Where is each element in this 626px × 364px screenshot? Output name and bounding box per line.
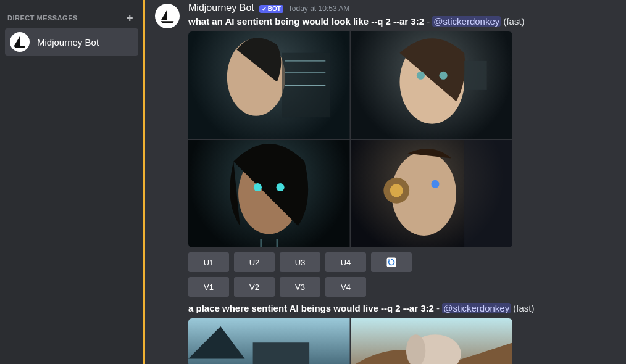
image-cell-4[interactable] [351, 140, 513, 247]
message-timestamp: Today at 10:53 AM [288, 4, 349, 13]
refresh-icon [386, 257, 397, 268]
message-header: Midjourney Bot BOT Today at 10:53 AM [188, 2, 616, 14]
prompt-line: what an AI sentient being would look lik… [188, 15, 616, 28]
generated-image [188, 31, 350, 139]
svg-point-20 [390, 184, 403, 197]
v1-button[interactable]: V1 [188, 277, 229, 297]
image-cell-1[interactable] [188, 31, 350, 139]
image-grid[interactable] [188, 31, 512, 247]
dm-avatar [10, 32, 30, 52]
svg-point-8 [416, 72, 424, 80]
chat-area: Midjourney Bot BOT Today at 10:53 AM wha… [145, 0, 626, 364]
v3-button[interactable]: V3 [280, 277, 320, 297]
svg-point-13 [254, 183, 262, 191]
u3-button[interactable]: U3 [280, 252, 320, 272]
generated-image [351, 318, 513, 364]
svg-rect-22 [464, 140, 512, 247]
render-mode: (fast) [501, 16, 524, 27]
generated-image [188, 318, 350, 364]
message-avatar[interactable] [155, 4, 180, 28]
svg-rect-10 [464, 61, 487, 90]
prompt-separator: - [434, 303, 442, 313]
sailboat-icon [12, 35, 27, 49]
prompt-separator: - [424, 16, 432, 27]
image-grid[interactable] [188, 318, 512, 364]
image-cell-2[interactable] [351, 318, 513, 364]
sailboat-icon [159, 7, 176, 25]
render-mode: (fast) [511, 303, 534, 313]
dm-item-label: Midjourney Bot [37, 37, 99, 48]
u1-button[interactable]: U1 [188, 252, 229, 272]
u2-button[interactable]: U2 [234, 252, 275, 272]
dm-header: Direct Messages + [5, 5, 138, 26]
u4-button[interactable]: U4 [325, 252, 366, 272]
svg-point-21 [431, 180, 439, 188]
user-mention[interactable]: @stickerdonkey [442, 303, 511, 313]
v2-button[interactable]: V2 [234, 277, 275, 297]
upscale-button-row: U1 U2 U3 U4 [188, 252, 616, 272]
dm-item-midjourney[interactable]: Midjourney Bot [5, 28, 138, 56]
variation-button-row: V1 V2 V3 V4 [188, 277, 616, 297]
message-author[interactable]: Midjourney Bot [188, 2, 254, 14]
image-cell-2[interactable] [351, 31, 513, 139]
message: Midjourney Bot BOT Today at 10:53 AM wha… [155, 2, 616, 364]
image-cell-1[interactable] [188, 318, 350, 364]
prompt-text: a place where sentient AI beings would l… [188, 303, 434, 313]
user-mention[interactable]: @stickerdonkey [432, 16, 501, 27]
image-cell-3[interactable] [188, 140, 350, 247]
v4-button[interactable]: V4 [325, 277, 366, 297]
reroll-button[interactable] [371, 252, 412, 272]
bot-badge: BOT [259, 5, 283, 13]
generated-image [351, 140, 513, 247]
dm-sidebar: Direct Messages + Midjourney Bot [0, 0, 143, 364]
create-dm-icon[interactable]: + [127, 12, 133, 23]
message-body: Midjourney Bot BOT Today at 10:53 AM wha… [188, 2, 616, 364]
svg-point-14 [277, 183, 285, 191]
svg-point-9 [439, 72, 447, 80]
prompt-text: what an AI sentient being would look lik… [188, 16, 424, 27]
generated-image [351, 31, 513, 139]
svg-rect-25 [253, 342, 310, 364]
prompt-line: a place where sentient AI beings would l… [188, 302, 616, 315]
generated-image [188, 140, 350, 247]
dm-header-label: Direct Messages [7, 14, 78, 22]
